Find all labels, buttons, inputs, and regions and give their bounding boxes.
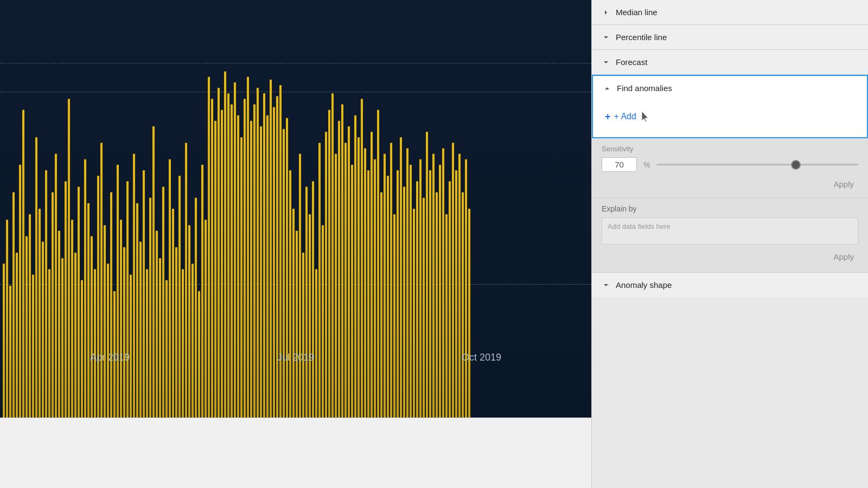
sensitivity-input[interactable]: [602, 157, 637, 172]
svg-rect-56: [185, 143, 187, 418]
svg-rect-8: [29, 214, 31, 418]
percentile-line-section: Percentile line: [592, 25, 868, 50]
svg-rect-54: [178, 176, 181, 418]
axis-label-jul: Jul 2019: [277, 352, 314, 363]
svg-rect-43: [143, 170, 145, 418]
svg-rect-90: [296, 231, 298, 418]
svg-rect-130: [426, 132, 428, 418]
svg-rect-3: [12, 192, 15, 418]
svg-rect-14: [48, 269, 50, 418]
svg-rect-87: [286, 118, 288, 418]
svg-rect-66: [218, 88, 220, 418]
svg-rect-122: [400, 137, 402, 418]
svg-rect-44: [146, 269, 148, 418]
svg-rect-51: [169, 159, 171, 418]
svg-rect-108: [354, 115, 356, 418]
svg-rect-22: [74, 253, 76, 418]
svg-rect-117: [384, 154, 386, 418]
svg-rect-45: [149, 198, 151, 418]
svg-rect-63: [208, 77, 210, 418]
cursor-icon: [641, 110, 650, 123]
svg-rect-143: [468, 209, 470, 418]
svg-rect-39: [130, 275, 132, 418]
svg-rect-127: [416, 181, 418, 418]
explain-by-apply-button[interactable]: Apply: [829, 250, 858, 264]
svg-rect-107: [351, 165, 353, 418]
svg-rect-26: [87, 203, 90, 418]
svg-rect-141: [462, 192, 464, 418]
svg-rect-9: [32, 275, 34, 418]
sensitivity-row: %: [602, 157, 858, 172]
svg-rect-20: [68, 99, 70, 418]
svg-rect-83: [273, 107, 275, 418]
svg-rect-24: [81, 280, 83, 418]
anomaly-shape-section: Anomaly shape: [592, 273, 868, 297]
svg-rect-32: [107, 264, 109, 418]
svg-rect-138: [452, 143, 454, 418]
sensitivity-slider[interactable]: [656, 164, 858, 165]
svg-rect-100: [328, 110, 330, 418]
svg-rect-132: [432, 154, 435, 418]
svg-rect-10: [35, 137, 37, 418]
svg-rect-37: [123, 247, 125, 418]
svg-rect-121: [397, 170, 399, 418]
svg-rect-75: [247, 77, 249, 418]
svg-rect-98: [322, 225, 324, 418]
svg-rect-116: [380, 192, 382, 418]
add-button-label: + Add: [614, 112, 636, 121]
svg-rect-4: [16, 253, 18, 418]
axis-label-apr: Apr 2019: [90, 352, 130, 363]
forecast-header[interactable]: Forecast: [592, 50, 868, 74]
svg-rect-62: [205, 220, 207, 418]
forecast-section: Forecast: [592, 50, 868, 75]
svg-rect-128: [419, 159, 422, 418]
right-panel: Median line Percentile line Forecast Fin…: [591, 0, 868, 488]
svg-rect-5: [19, 165, 21, 418]
forecast-title: Forecast: [616, 57, 647, 67]
anomaly-shape-title: Anomaly shape: [616, 280, 672, 290]
find-anomalies-header[interactable]: Find anomalies: [593, 76, 867, 100]
svg-rect-140: [458, 154, 461, 418]
percent-symbol: %: [643, 160, 650, 169]
svg-rect-65: [214, 121, 216, 418]
find-anomalies-section: Find anomalies + + Add: [592, 75, 868, 138]
percentile-line-header[interactable]: Percentile line: [592, 25, 868, 49]
median-line-header[interactable]: Median line: [592, 0, 868, 24]
anomaly-shape-header[interactable]: Anomaly shape: [602, 280, 858, 290]
svg-rect-71: [234, 82, 236, 418]
svg-rect-68: [224, 72, 226, 418]
svg-rect-33: [110, 192, 112, 418]
chart-scroll-bar[interactable]: [0, 418, 591, 488]
add-anomaly-button[interactable]: + + Add: [603, 106, 653, 127]
svg-rect-88: [289, 170, 291, 418]
svg-rect-120: [393, 214, 395, 418]
svg-rect-113: [371, 132, 373, 418]
plus-icon: +: [605, 111, 611, 123]
svg-rect-81: [266, 115, 269, 418]
svg-rect-49: [162, 187, 164, 418]
svg-rect-142: [465, 159, 467, 418]
svg-rect-59: [195, 198, 197, 418]
svg-rect-19: [65, 181, 67, 418]
svg-rect-28: [94, 269, 96, 418]
svg-rect-48: [159, 258, 161, 418]
svg-rect-126: [413, 209, 415, 418]
explain-by-title: Explain by: [602, 204, 858, 213]
svg-rect-61: [201, 165, 203, 418]
explain-by-drop-target[interactable]: Add data fields here: [602, 217, 858, 245]
chevron-down-forecast-icon: [602, 58, 610, 67]
chevron-down-percentile-icon: [602, 33, 610, 42]
chevron-right-icon: [602, 8, 610, 17]
svg-rect-104: [341, 105, 343, 418]
svg-rect-85: [279, 85, 282, 418]
svg-rect-137: [449, 181, 451, 418]
svg-rect-139: [455, 170, 457, 418]
svg-rect-30: [100, 143, 103, 418]
svg-rect-110: [361, 99, 363, 418]
sensitivity-apply-button[interactable]: Apply: [829, 177, 858, 191]
svg-rect-114: [374, 159, 376, 418]
svg-rect-13: [45, 170, 47, 418]
svg-rect-67: [221, 110, 223, 418]
axis-label-oct: Oct 2019: [462, 352, 501, 363]
svg-rect-74: [244, 99, 246, 418]
